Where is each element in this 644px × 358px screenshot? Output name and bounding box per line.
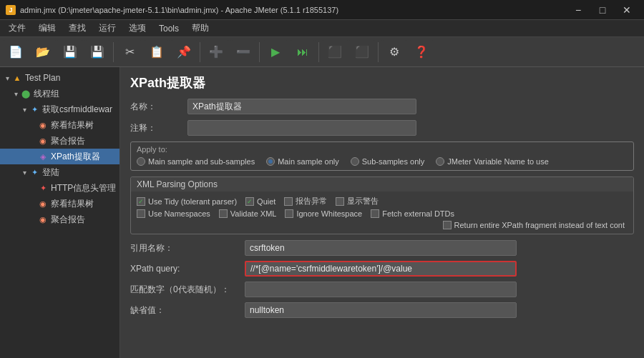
stop-button[interactable]: ⬛: [322, 40, 348, 64]
menu-tools[interactable]: Tools: [153, 22, 185, 35]
sidebar-label-agg-report2: 聚合报告: [51, 214, 85, 226]
plan-icon: ▲: [11, 72, 23, 84]
content-area: XPath提取器 名称： 注释： Apply to: Main sample a…: [120, 67, 644, 358]
xml-section-body: ✓ Use Tidy (tolerant parser) ✓ Quiet 报告异…: [131, 192, 633, 234]
sidebar-item-http-header[interactable]: ✦ HTTP信息头管理: [0, 180, 119, 196]
sidebar-item-login[interactable]: ▾ ✦ 登陆: [0, 164, 119, 180]
comment-input[interactable]: [187, 120, 416, 136]
radio-main-only[interactable]: Main sample only: [266, 157, 339, 166]
menu-run[interactable]: 运行: [93, 21, 122, 36]
radio-jmeter-var[interactable]: JMeter Variable Name to use: [436, 157, 549, 166]
add-button[interactable]: ➕: [203, 40, 229, 64]
sidebar-item-view-results[interactable]: ◉ 察看结果树: [0, 117, 119, 133]
copy-button[interactable]: 📋: [144, 40, 170, 64]
sidebar-item-agg-report2[interactable]: ◉ 聚合报告: [0, 212, 119, 227]
sidebar-label-thread-group: 线程组: [34, 88, 59, 100]
ref-name-input[interactable]: [245, 240, 517, 256]
window-title: admin.jmx (D:\jmeter\apache-jmeter-5.1.1…: [20, 6, 338, 14]
cb-box-show-warning: [336, 197, 344, 206]
name-label: 名称：: [130, 101, 187, 113]
menu-file[interactable]: 文件: [3, 21, 31, 36]
match-number-input[interactable]: [245, 282, 517, 297]
menu-edit[interactable]: 编辑: [33, 21, 62, 36]
cb-return-xpath[interactable]: Return entire XPath fragment instead of …: [443, 221, 625, 229]
run-button[interactable]: ▶: [263, 40, 288, 64]
cb-use-tidy[interactable]: ✓ Use Tidy (tolerant parser): [137, 197, 237, 206]
sidebar-label-xpath: XPath提取器: [51, 151, 100, 163]
save-button[interactable]: 💾: [57, 40, 83, 64]
help-button[interactable]: ❓: [409, 40, 434, 64]
cb-label-validate-xml: Validate XML: [230, 209, 277, 218]
cb-validate-xml[interactable]: Validate XML: [219, 209, 277, 218]
title-bar: J admin.jmx (D:\jmeter\apache-jmeter-5.1…: [0, 0, 644, 20]
comment-row: 注释：: [130, 120, 634, 136]
return-row: Return entire XPath fragment instead of …: [137, 221, 628, 229]
apply-to-group: Apply to: Main sample and sub-samples Ma…: [130, 141, 634, 171]
xpath-query-row: XPath query:: [130, 261, 634, 277]
sidebar-item-xpath-extractor[interactable]: ◈ XPath提取器: [0, 149, 119, 164]
menu-help[interactable]: 帮助: [186, 21, 215, 36]
sidebar-label-csrf: 获取csrfmiddlewar: [42, 104, 112, 116]
remove-button[interactable]: ➖: [230, 40, 256, 64]
xpath-query-input[interactable]: [245, 261, 517, 277]
radio-circle-main-only: [266, 157, 275, 166]
sidebar-label-view-results2: 察看结果树: [51, 198, 94, 210]
minimize-button[interactable]: −: [567, 2, 590, 18]
sidebar-item-test-plan[interactable]: ▾ ▲ Test Plan: [0, 70, 119, 86]
cb-show-warning[interactable]: 显示警告: [336, 196, 379, 207]
sidebar-label-http: HTTP信息头管理: [51, 182, 116, 194]
settings-button[interactable]: ⚙: [381, 40, 407, 64]
run-partial-button[interactable]: ⏭: [290, 40, 316, 64]
cb-ignore-ws[interactable]: Ignore Whitespace: [285, 209, 362, 218]
close-button[interactable]: ✕: [615, 2, 638, 18]
radio-main-sub[interactable]: Main sample and sub-samples: [137, 157, 255, 166]
cb-label-return-xpath: Return entire XPath fragment instead of …: [454, 221, 625, 229]
arrow-csrf: ▾: [20, 105, 29, 114]
cut-button[interactable]: ✂: [117, 40, 142, 64]
new-button[interactable]: 📄: [3, 40, 29, 64]
title-bar-controls: − □ ✕: [567, 2, 638, 18]
sidebar-item-thread-group[interactable]: ▾ ⬤ 线程组: [0, 86, 119, 101]
menu-options[interactable]: 选项: [123, 21, 152, 36]
sidebar-item-agg-report[interactable]: ◉ 聚合报告: [0, 133, 119, 149]
default-value-input[interactable]: [245, 302, 517, 318]
open-button[interactable]: 📂: [30, 40, 56, 64]
xml-checkbox-row2: Use Namespaces Validate XML Ignore White…: [137, 209, 628, 218]
cb-report-error[interactable]: 报告异常: [284, 196, 327, 207]
cb-box-ignore-ws: [285, 209, 293, 218]
toolbar-sep5: [378, 42, 379, 62]
cb-label-report-error: 报告异常: [296, 196, 327, 207]
ref-name-label: 引用名称：: [130, 242, 245, 254]
stop-now-button[interactable]: ⬛: [349, 40, 375, 64]
name-input[interactable]: [187, 99, 416, 114]
toolbar-sep1: [113, 42, 114, 62]
cb-label-show-warning: 显示警告: [347, 196, 379, 207]
main-layout: ▾ ▲ Test Plan ▾ ⬤ 线程组 ▾ ✦ 获取csrfmiddlewa…: [0, 67, 644, 358]
maximize-button[interactable]: □: [591, 2, 614, 18]
cb-label-fetch-dtd: Fetch external DTDs: [382, 209, 454, 218]
sidebar-item-view-results2[interactable]: ◉ 察看结果树: [0, 196, 119, 212]
sidebar-label-agg-report: 聚合报告: [51, 135, 85, 147]
cb-namespaces[interactable]: Use Namespaces: [137, 209, 210, 218]
radio-label-main-only: Main sample only: [278, 157, 339, 166]
cb-fetch-dtd[interactable]: Fetch external DTDs: [371, 209, 454, 218]
thread-icon: ⬤: [20, 88, 31, 99]
listener-icon2: ◉: [37, 198, 49, 209]
save-all-button[interactable]: 💾: [84, 40, 110, 64]
xpath-icon: ◈: [37, 151, 49, 162]
radio-sub-only[interactable]: Sub-samples only: [351, 157, 424, 166]
page-title: XPath提取器: [130, 74, 634, 91]
apply-to-legend: Apply to:: [137, 145, 628, 154]
radio-circle-sub-only: [351, 157, 359, 166]
cb-label-use-tidy: Use Tidy (tolerant parser): [148, 197, 237, 206]
cb-box-return-xpath: [443, 221, 452, 229]
toolbar-sep3: [259, 42, 260, 62]
menu-find[interactable]: 查找: [63, 21, 92, 36]
paste-button[interactable]: 📌: [171, 40, 197, 64]
sidebar-item-csrf-sampler[interactable]: ▾ ✦ 获取csrfmiddlewar: [0, 101, 119, 117]
toolbar: 📄 📂 💾 💾 ✂ 📋 📌 ➕ ➖ ▶ ⏭ ⬛ ⬛ ⚙ ❓: [0, 37, 644, 67]
radio-label-main-sub: Main sample and sub-samples: [148, 157, 255, 166]
agg-icon2: ◉: [37, 214, 49, 225]
cb-quiet[interactable]: ✓ Quiet: [245, 197, 275, 206]
agg-icon: ◉: [37, 135, 49, 146]
